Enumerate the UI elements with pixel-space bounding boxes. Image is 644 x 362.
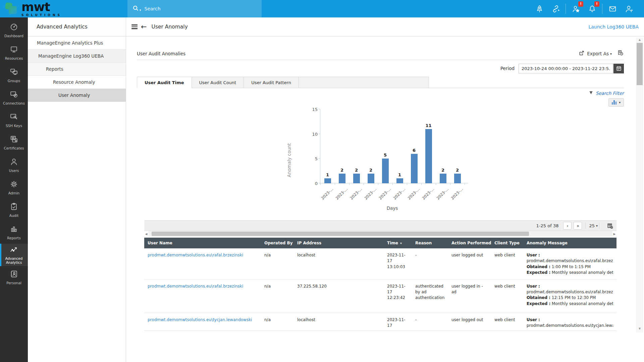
chart-bar[interactable] [440, 174, 446, 183]
sidebar-item-dashboard[interactable]: Dashboard [0, 19, 28, 42]
mail-icon[interactable] [608, 4, 617, 13]
bar-value-label: 11 [425, 123, 431, 128]
scroll-down-icon[interactable]: ▼ [636, 327, 643, 332]
launch-log360-link[interactable]: Launch Log360 UEBA [588, 24, 639, 29]
bar-value-label: 1 [398, 172, 401, 177]
tab-user-audit-time[interactable]: User Audit Time [137, 77, 192, 88]
bar-value-label: 2 [369, 168, 372, 173]
sidebar-item-advanced-analytics[interactable]: Advanced Analytics [0, 244, 28, 266]
sidebar-item-admin[interactable]: Admin [0, 176, 28, 199]
sidebar-item-reports[interactable]: Reports [0, 221, 28, 244]
horizontal-scrollbar[interactable]: ◀ ▶ [144, 231, 616, 237]
column-chooser-icon[interactable] [607, 223, 613, 229]
schedule-report-icon[interactable] [617, 50, 624, 58]
sidebar-item-personal[interactable]: Personal [0, 266, 28, 289]
chart-bar-group: 2 [335, 168, 349, 183]
subnav-item-reports[interactable]: Reports [28, 63, 126, 76]
page-size-select[interactable]: 25 [589, 223, 595, 228]
column-header-reason[interactable]: Reason [412, 238, 448, 248]
cell-reason: - [412, 248, 448, 279]
bell-icon[interactable]: ! [588, 4, 596, 13]
topbar-divider [602, 4, 602, 14]
main-content: ← User Anomaly Launch Log360 UEBA User A… [126, 17, 644, 362]
sidebar-item-label: Connections [3, 101, 25, 105]
connections-icon [10, 90, 18, 100]
column-header-ip-address[interactable]: IP Address [294, 238, 384, 248]
export-as-button[interactable]: Export As [587, 51, 609, 56]
period-range-input[interactable] [519, 64, 613, 73]
rocket-icon[interactable] [535, 4, 544, 13]
filter-funnel-icon[interactable] [589, 90, 593, 97]
export-icon[interactable] [579, 50, 585, 57]
sidebar-item-groups[interactable]: Groups [0, 64, 28, 86]
chart-bar[interactable] [411, 154, 418, 183]
column-header-user-name[interactable]: User Name [144, 238, 261, 248]
x-tick-label: 2023-... [317, 187, 334, 204]
global-search[interactable]: ▾ [127, 0, 262, 17]
x-tick-label: 2023-... [389, 187, 406, 204]
logo-icon [5, 2, 19, 15]
vertical-scroll-thumb[interactable] [637, 43, 643, 85]
sort-caret-icon[interactable]: ▾ [400, 241, 402, 245]
sidebar-item-connections[interactable]: Connections [0, 86, 28, 109]
tab-user-audit-pattern[interactable]: User Audit Pattern [244, 77, 299, 88]
page-size-caret-icon[interactable]: ▾ [596, 224, 598, 228]
sidebar-item-ssh-keys[interactable]: SSH Keys [0, 109, 28, 131]
horizontal-scroll-thumb[interactable] [152, 232, 529, 236]
chart-bar[interactable] [454, 174, 461, 183]
sidebar-item-resources[interactable]: Resources [0, 42, 28, 64]
sidebar-item-certificates[interactable]: Certificates [0, 131, 28, 154]
y-tick-label: 5 [308, 156, 318, 161]
user-name-link[interactable]: prodmwt.demomwtsolutions.eu\rafal.brzezi… [148, 284, 243, 289]
chart-bar[interactable] [353, 174, 360, 183]
chart-bar[interactable] [425, 129, 432, 183]
top-bar: mwt SOLUTIONS ▾ !! [0, 0, 644, 17]
subnav-item-label: ManageEngine Analytics Plus [37, 40, 103, 46]
user-name-link[interactable]: prodmwt.demomwtsolutions.eu\tycjan.lewan… [148, 317, 252, 322]
column-header-client-type[interactable]: Client Type [491, 238, 523, 248]
subnav-item-resource-anomaly[interactable]: Resource Anomaly [28, 76, 126, 89]
chart-bar[interactable] [382, 159, 389, 183]
export-caret-icon[interactable]: ▾ [610, 52, 612, 56]
subnav-item-manageengine-log360-ueba[interactable]: ManageEngine Log360 UEBA [28, 50, 126, 63]
cell-operated-by: n/a [261, 248, 294, 279]
column-header-action-performed[interactable]: Action Performed [448, 238, 491, 248]
topbar-divider [566, 4, 566, 14]
link-icon[interactable] [551, 4, 560, 13]
scroll-right-icon[interactable]: ▶ [612, 232, 616, 236]
chart-type-button[interactable]: ▾ [608, 98, 624, 107]
search-icon[interactable] [132, 5, 139, 13]
chart-bar[interactable] [396, 178, 403, 183]
certificates-icon [10, 135, 18, 145]
app-logo: mwt SOLUTIONS [0, 0, 126, 17]
vertical-scrollbar[interactable]: ▲ ▼ [636, 38, 643, 333]
tab-user-audit-count[interactable]: User Audit Count [192, 77, 244, 88]
chart-bar[interactable] [368, 174, 374, 183]
back-arrow-icon[interactable]: ← [141, 23, 147, 31]
anomaly-bar-chart: Anomaly count 05101512225161122 2023-...… [305, 109, 492, 211]
sidebar-item-audit[interactable]: Audit [0, 199, 28, 221]
cell-client-type: web client [491, 313, 523, 331]
sidebar-item-users[interactable]: Users [0, 154, 28, 176]
search-scope-caret-icon[interactable]: ▾ [140, 8, 141, 12]
column-header-operated-by[interactable]: Operated By [261, 238, 294, 248]
scroll-left-icon[interactable]: ◀ [144, 232, 148, 236]
user-icon[interactable] [624, 4, 633, 13]
scroll-up-icon[interactable]: ▲ [636, 38, 643, 43]
calendar-button[interactable] [613, 64, 624, 73]
period-label: Period [500, 66, 515, 71]
last-page-button[interactable]: » [574, 222, 582, 230]
next-page-button[interactable]: › [563, 222, 572, 230]
chart-bar[interactable] [339, 174, 345, 183]
subnav-item-manageengine-analytics-plus[interactable]: ManageEngine Analytics Plus [28, 37, 126, 50]
chart-bar[interactable] [324, 178, 331, 183]
subnav-item-user-anomaly[interactable]: User Anomaly [28, 89, 126, 102]
column-header-anomaly-message[interactable]: Anomaly Message [523, 238, 616, 248]
user-star-icon[interactable]: ! [572, 4, 580, 13]
column-header-time[interactable]: Time▾ [384, 238, 412, 248]
search-filter-link[interactable]: Search Filter [596, 90, 624, 96]
user-name-link[interactable]: prodmwt.demomwtsolutions.eu\rafal.brzezi… [148, 253, 243, 257]
menu-toggle-icon[interactable] [131, 23, 138, 30]
search-input[interactable] [145, 6, 245, 11]
message-expected: Expected : Monthly seasonal anomaly dete… [527, 301, 613, 307]
